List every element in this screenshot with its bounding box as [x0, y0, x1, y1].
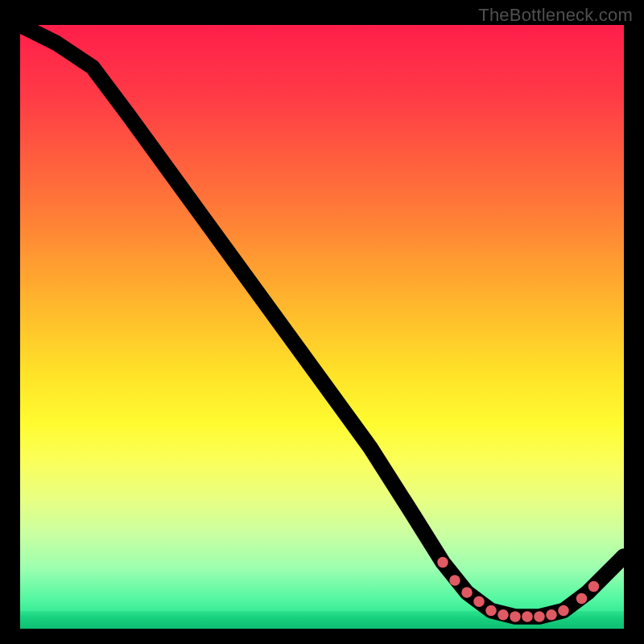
attribution-text: TheBottleneck.com — [478, 5, 633, 26]
curve-marker — [510, 611, 521, 622]
plot-area — [20, 25, 624, 629]
curve-marker — [522, 611, 533, 622]
curve-marker — [588, 581, 600, 592]
curve-marker — [546, 609, 557, 621]
chart-stage: TheBottleneck.com — [0, 0, 644, 644]
curve-marker — [534, 611, 545, 622]
curve-marker — [473, 597, 485, 608]
curve-marker — [485, 605, 497, 617]
curve-marker — [576, 593, 588, 605]
curve-marker — [461, 587, 473, 598]
curve-marker — [437, 557, 448, 568]
curve-marker — [449, 575, 460, 586]
curve-marker — [558, 605, 569, 617]
marker-layer — [20, 25, 624, 629]
curve-marker — [497, 609, 509, 621]
